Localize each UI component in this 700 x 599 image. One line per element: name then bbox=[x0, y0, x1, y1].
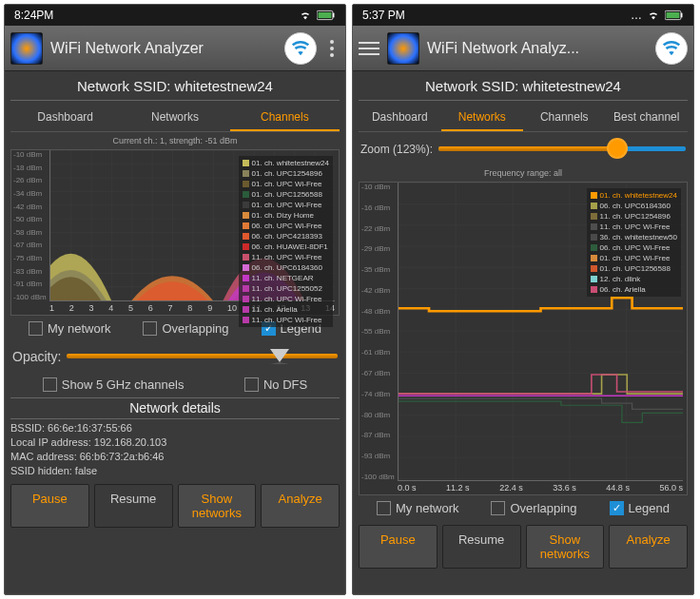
legend-item: 01. ch. UPC Wi-Free bbox=[243, 179, 329, 189]
status-icons: … bbox=[631, 9, 684, 22]
legend-item: 12. ch. dlink bbox=[591, 274, 677, 284]
tabs: Dashboard Networks Channels bbox=[10, 105, 340, 132]
app-title: WiFi Network Analyzer bbox=[50, 40, 277, 57]
pause-button[interactable]: Pause bbox=[10, 484, 89, 528]
svg-rect-5 bbox=[681, 13, 683, 18]
action-buttons: Pause Resume Show networks Analyze bbox=[10, 480, 340, 528]
legend-item: 11. ch. UPC Wi-Free bbox=[243, 315, 329, 325]
legend-item: 06. ch. UPC4218393 bbox=[243, 231, 329, 242]
wifi-badge-button[interactable] bbox=[284, 32, 317, 65]
tab-channels[interactable]: Channels bbox=[523, 105, 606, 131]
network-details-heading: Network details bbox=[10, 397, 340, 419]
tab-channels[interactable]: Channels bbox=[230, 105, 340, 131]
menu-icon[interactable] bbox=[359, 42, 379, 55]
tab-networks[interactable]: Networks bbox=[120, 105, 229, 131]
wifi-icon bbox=[647, 10, 660, 21]
detail-localip: Local IP address: 192.168.20.103 bbox=[10, 435, 340, 450]
zoom-row: Zoom (123%): bbox=[359, 134, 688, 164]
status-icons bbox=[299, 10, 336, 21]
detail-bssid: BSSID: 66:6e:16:37:55:66 bbox=[10, 421, 340, 435]
zoom-slider[interactable] bbox=[438, 138, 686, 161]
svg-rect-2 bbox=[319, 12, 332, 18]
legend-item: 01. ch. UPC1256588 bbox=[243, 189, 329, 200]
legend-item: 01. ch. UPC Wi-Free bbox=[591, 253, 677, 263]
legend-item: 06. ch. Ariella bbox=[591, 284, 677, 295]
legend-item: 36. ch. whitetestnew50 bbox=[591, 232, 677, 242]
tabs: Dashboard Networks Channels Best channel bbox=[359, 105, 688, 132]
tab-dashboard[interactable]: Dashboard bbox=[359, 105, 441, 131]
analyze-button[interactable]: Analyze bbox=[261, 484, 340, 528]
tab-networks[interactable]: Networks bbox=[441, 105, 524, 131]
y-axis-ticks: -10 dBm-18 dBm-26 dBm -34 dBm-42 dBm-50 … bbox=[13, 150, 47, 301]
app-title: WiFi Network Analyz... bbox=[427, 40, 648, 57]
tab-best-channel[interactable]: Best channel bbox=[606, 105, 689, 131]
legend-item: 06. ch. HUAWEI-8DF1 bbox=[243, 242, 329, 252]
app-header: WiFi Network Analyz... bbox=[353, 26, 693, 71]
legend-item: 01. ch. UPC1254896 bbox=[243, 168, 329, 179]
opacity-slider[interactable] bbox=[67, 345, 338, 368]
bands-options-row: Show 5 GHz channels No DFS bbox=[10, 374, 340, 396]
pause-button[interactable]: Pause bbox=[359, 525, 438, 569]
x-axis-ticks: 0.0 s11.2 s22.4 s 33.6 s44.8 s56.0 s bbox=[398, 483, 683, 494]
show-5ghz-checkbox[interactable]: Show 5 GHz channels bbox=[43, 377, 185, 392]
my-network-checkbox[interactable]: My network bbox=[29, 321, 110, 336]
detail-ssid-hidden: SSID hidden: false bbox=[10, 464, 340, 478]
legend-item: 11. ch. UPC1254896 bbox=[591, 211, 677, 222]
phone-left: 8:24PM WiFi Network Analyzer Network SSI… bbox=[4, 4, 346, 595]
svg-rect-1 bbox=[333, 13, 335, 18]
wifi-badge-button[interactable] bbox=[655, 32, 688, 65]
legend-item: 06. ch. UPC6184360 bbox=[243, 262, 329, 273]
network-details: Network details BSSID: 66:6e:16:37:55:66… bbox=[10, 397, 340, 478]
detail-mac: MAC address: 66:b6:73:2a:b6:46 bbox=[10, 450, 340, 464]
legend-item: 11. ch. UPC1255052 bbox=[243, 283, 329, 294]
tab-dashboard[interactable]: Dashboard bbox=[10, 105, 120, 131]
opacity-label: Opacity: bbox=[12, 349, 61, 364]
legend-item: 06. ch. UPC Wi-Free bbox=[591, 242, 677, 253]
legend-item: 01. ch. UPC Wi-Free bbox=[243, 200, 329, 210]
overflow-menu-icon[interactable] bbox=[324, 40, 340, 57]
overlapping-checkbox[interactable]: Overlapping bbox=[143, 321, 228, 336]
legend-item: 11. ch. UPC Wi-Free bbox=[243, 294, 329, 304]
show-networks-button[interactable]: Show networks bbox=[526, 525, 605, 569]
divider bbox=[10, 100, 340, 101]
legend-item: 11. ch. UPC Wi-Free bbox=[591, 222, 677, 232]
overlapping-checkbox[interactable]: Overlapping bbox=[491, 501, 576, 515]
legend-item: 01. ch. UPC1256588 bbox=[591, 263, 677, 274]
legend-item: 01. ch. whitetestnew24 bbox=[591, 190, 677, 201]
chart-legend: 01. ch. whitetestnew2406. ch. UPC6184360… bbox=[587, 188, 681, 297]
my-network-checkbox[interactable]: My network bbox=[377, 501, 458, 515]
app-logo-icon bbox=[387, 32, 419, 65]
battery-icon bbox=[317, 10, 336, 21]
frequency-range-info: Frequency range: all bbox=[359, 166, 688, 180]
display-options-row: My network Overlapping Legend bbox=[359, 497, 688, 519]
resume-button[interactable]: Resume bbox=[94, 484, 173, 528]
wifi-icon bbox=[299, 10, 312, 21]
resume-button[interactable]: Resume bbox=[442, 525, 521, 569]
no-dfs-checkbox[interactable]: No DFS bbox=[244, 377, 307, 392]
y-axis-ticks: -10 dBm-16 dBm-22 dBm -29 dBm-35 dBm-42 … bbox=[361, 183, 395, 481]
channel-spectrum-chart: -10 dBm-18 dBm-26 dBm -34 dBm-42 dBm-50 … bbox=[10, 149, 340, 316]
show-networks-button[interactable]: Show networks bbox=[178, 484, 257, 528]
legend-item: 01. ch. whitetestnew24 bbox=[243, 158, 329, 168]
current-channel-info: Current ch.: 1, strength: -51 dBm bbox=[10, 134, 340, 147]
legend-item: 11. ch. Ariella bbox=[243, 304, 329, 315]
status-time: 8:24PM bbox=[14, 9, 53, 22]
chart-legend: 01. ch. whitetestnew2401. ch. UPC1254896… bbox=[239, 156, 333, 327]
statusbar: 8:24PM bbox=[5, 5, 345, 26]
legend-item: 01. ch. Dizy Home bbox=[243, 210, 329, 221]
signal-time-chart: -10 dBm-16 dBm-22 dBm -29 dBm-35 dBm-42 … bbox=[359, 182, 688, 495]
phone-right: 5:37 PM … WiFi Network Analyz... Network… bbox=[352, 4, 694, 595]
legend-item: 11. ch. UPC Wi-Free bbox=[243, 252, 329, 262]
analyze-button[interactable]: Analyze bbox=[609, 525, 688, 569]
status-time: 5:37 PM bbox=[362, 9, 405, 22]
ssid-heading: Network SSID: whitetestnew24 bbox=[359, 75, 688, 96]
statusbar: 5:37 PM … bbox=[353, 5, 693, 26]
opacity-row: Opacity: bbox=[10, 341, 340, 372]
legend-item: 11. ch. NETGEAR bbox=[243, 273, 329, 283]
app-header: WiFi Network Analyzer bbox=[5, 26, 345, 71]
divider bbox=[359, 100, 688, 101]
ssid-heading: Network SSID: whitetestnew24 bbox=[10, 75, 340, 96]
action-buttons: Pause Resume Show networks Analyze bbox=[359, 521, 688, 569]
app-logo-icon bbox=[10, 32, 43, 65]
legend-checkbox[interactable]: Legend bbox=[610, 501, 670, 515]
